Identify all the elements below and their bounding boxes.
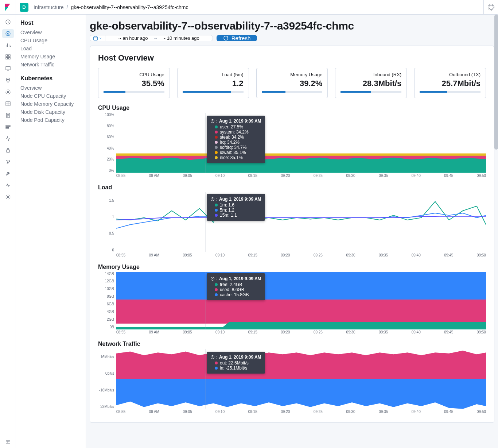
kpi-row: CPU Usage 35.5% Load (5m) 1.2 Memory Usa… [98,68,486,98]
svg-rect-27 [116,300,486,324]
kibana-logo[interactable] [0,0,16,14]
time-bar: ~ an hour ago → ~ 10 minutes ago Refresh [90,35,494,41]
sidebar-k8s-heading: Kubernetes [20,75,81,82]
rail-dashboard-icon[interactable] [2,53,14,61]
sidebar-item-memory[interactable]: Memory Usage [20,53,81,61]
calendar-icon[interactable] [90,35,105,41]
cpu-tooltip: : Aug 1, 2019 9:09 AM user: 27.5%system:… [207,116,265,163]
rail-apm-icon[interactable] [2,123,14,131]
kpi-title: CPU Usage [139,72,164,77]
rail-visualize-icon[interactable] [2,41,14,50]
kpi-bar [420,91,481,93]
rail-canvas-icon[interactable] [2,64,14,73]
sidebar-item-host-overview[interactable]: Overview [20,28,81,36]
svg-point-11 [6,90,10,94]
kpi-value: 28.3Mbit/s [363,79,401,88]
net-xaxis: 08:5509 AM09:0509:1009:1509:2009:2509:30… [116,409,486,414]
load-hover-line [206,192,206,252]
rail-management-icon[interactable] [2,193,14,201]
rail-uptime-icon[interactable] [2,134,14,143]
host-overview-panel: Host Overview CPU Usage 35.5% Load (5m) … [90,46,494,423]
svg-point-20 [7,196,9,198]
kpi-bar [341,91,401,93]
rail-graph-icon[interactable] [2,158,14,166]
rail-infra-icon[interactable] [2,99,14,108]
svg-rect-7 [8,57,10,59]
breadcrumb: Infrastructure / gke-observability-7--ob… [34,4,188,10]
rail-discover-icon[interactable] [2,29,14,38]
mem-hover-line [206,272,206,329]
load-chart: Load 1.510.50 : Aug 1, 2019 9:09 AM 1m: … [98,184,486,257]
cpu-xaxis: 08:5509 AM09:0509:1009:1509:2009:2509:30… [116,173,486,178]
cpu-chart-title: CPU Usage [98,105,486,111]
cpu-yaxis: 100%80%60%40%20%0% [98,113,116,178]
refresh-button[interactable]: Refresh [217,35,257,41]
kpi-title: Outbound (TX) [449,72,481,77]
load-xaxis: 08:5509 AM09:0509:1009:1509:2009:2509:30… [116,252,486,257]
mem-tooltip: : Aug 1, 2019 9:09 AM free: 2.4GBused: 8… [207,273,265,300]
svg-point-10 [7,91,9,93]
rail-recent-icon[interactable] [2,18,14,26]
net-yaxis: 16Mbit/s0bit/s-16Mbit/s-32Mbit/s [98,349,116,414]
time-to: ~ 10 minutes ago [163,35,199,41]
rail-devtools-icon[interactable] [2,169,14,178]
rail-ml-icon[interactable] [2,88,14,96]
svg-rect-15 [6,127,9,128]
sidebar-item-node-pod[interactable]: Node Pod Capacity [20,116,81,124]
kpi-value: 1.2 [232,79,244,88]
rail-monitoring-icon[interactable] [2,181,14,190]
rail-siem-icon[interactable] [2,146,14,155]
mem-chart-body[interactable]: : Aug 1, 2019 9:09 AM free: 2.4GBused: 8… [116,272,486,334]
svg-rect-4 [6,55,8,57]
help-icon[interactable] [483,0,498,14]
kpi-card: Load (5m) 1.2 [177,68,249,98]
sidebar-item-node-disk[interactable]: Node Disk Capacity [20,108,81,116]
svg-rect-26 [116,272,486,300]
svg-rect-5 [8,55,10,57]
kpi-bar [262,91,323,93]
rail-logs-icon[interactable] [2,111,14,120]
net-chart-body[interactable]: : Aug 1, 2019 9:09 AM out: 22.5Mbit/sin:… [116,349,486,414]
kpi-title: Load (5m) [222,72,243,77]
sidebar-item-cpu[interactable]: CPU Usage [20,36,81,45]
net-hover-line [206,349,206,409]
mem-yaxis: 14GB12GB10GB8GB6GB4GB2GB0B [98,272,116,334]
sidebar-item-node-mem[interactable]: Node Memory Capacity [20,100,81,108]
sidebar-item-load[interactable]: Load [20,45,81,53]
nav-rail [0,15,16,448]
net-chart: Network Traffic 16Mbit/s0bit/s-16Mbit/s-… [98,341,486,414]
rail-maps-icon[interactable] [2,76,14,85]
svg-rect-14 [6,125,10,127]
kpi-bar [183,91,244,93]
kpi-title: Inbound (RX) [373,72,401,77]
overview-title: Host Overview [98,53,486,63]
kpi-card: CPU Usage 35.5% [98,68,170,98]
topbar: D Infrastructure / gke-observability-7--… [0,0,498,15]
scrollbar[interactable] [494,15,498,150]
sidebar-item-k8s-overview[interactable]: Overview [20,84,81,92]
cpu-chart-body[interactable]: : Aug 1, 2019 9:09 AM user: 27.5%system:… [116,113,486,178]
arrow-right-icon: → [153,35,158,41]
time-range-picker[interactable]: ~ an hour ago → ~ 10 minutes ago [90,35,213,41]
sidebar-item-node-cpu[interactable]: Node CPU Capacity [20,92,81,100]
mem-xaxis: 08:5509 AM09:0509:1009:1509:2009:2509:30… [116,329,486,334]
kpi-value: 25.7Mbit/s [442,79,481,88]
kpi-card: Outbound (TX) 25.7Mbit/s [414,68,486,98]
sidebar: Host Overview CPU Usage Load Memory Usag… [16,15,86,448]
load-tooltip: : Aug 1, 2019 9:09 AM 1m: 1.65m: 1.215m:… [207,194,265,221]
load-yaxis: 1.510.50 [98,192,116,257]
load-chart-title: Load [98,184,486,191]
refresh-label: Refresh [232,35,251,41]
cpu-hover-line [206,113,206,173]
svg-rect-6 [6,57,8,59]
svg-point-9 [7,79,8,80]
kpi-card: Inbound (RX) 28.3Mbit/s [335,68,407,98]
breadcrumb-root[interactable]: Infrastructure [34,4,63,10]
net-tooltip: : Aug 1, 2019 9:09 AM out: 22.5Mbit/sin:… [207,352,265,374]
sidebar-item-network[interactable]: Network Traffic [20,61,81,69]
cpu-chart: CPU Usage 100%80%60%40%20%0% : Aug 1, 20… [98,105,486,178]
space-badge[interactable]: D [20,3,28,12]
rail-collapse-icon[interactable] [0,435,16,448]
load-chart-body[interactable]: : Aug 1, 2019 9:09 AM 1m: 1.65m: 1.215m:… [116,192,486,257]
kpi-title: Memory Usage [290,72,322,77]
